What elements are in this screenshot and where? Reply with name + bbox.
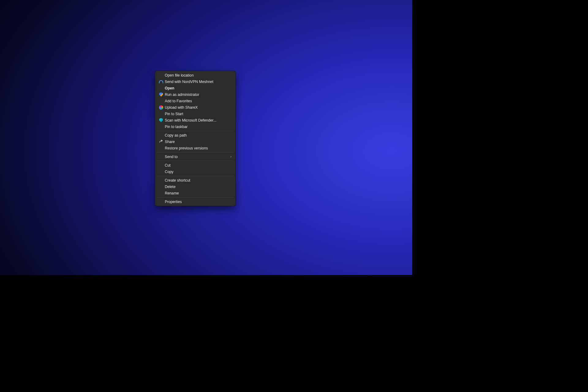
share-icon [157,139,165,144]
menu-item-send-to[interactable]: Send to› [156,153,235,160]
sharex-icon [157,105,165,110]
menu-item-open[interactable]: Open [156,85,235,91]
chevron-right-icon: › [230,155,232,158]
menu-item-restore-previous-versions[interactable]: Restore previous versions [156,145,235,151]
menu-item-pin-to-start[interactable]: Pin to Start [156,111,235,117]
menu-item-copy-as-path[interactable]: Copy as path [156,132,235,138]
menu-separator [156,131,234,131]
menu-item-label: Run as administrator [165,92,232,97]
defender-icon [157,118,165,123]
menu-item-share[interactable]: Share [156,138,235,145]
menu-item-label: Scan with Microsoft Defender... [165,118,232,123]
menu-item-label: Copy as path [165,133,232,138]
menu-item-properties[interactable]: Properties [156,198,235,205]
menu-separator [156,161,234,161]
menu-separator [156,176,234,176]
menu-item-create-shortcut[interactable]: Create shortcut [156,177,235,183]
menu-item-label: Pin to Start [165,112,232,116]
menu-item-delete[interactable]: Delete [156,183,235,190]
menu-item-label: Send with NordVPN Meshnet [165,80,232,84]
menu-separator [156,197,234,198]
menu-item-upload-with-sharex[interactable]: Upload with ShareX [156,104,235,111]
menu-item-add-to-favorites[interactable]: Add to Favorites [156,98,235,104]
menu-item-label: Copy [165,170,232,174]
menu-item-copy[interactable]: Copy [156,168,235,175]
menu-item-pin-to-taskbar[interactable]: Pin to taskbar [156,123,235,130]
menu-item-label: Create shortcut [165,178,232,183]
menu-item-label: Pin to taskbar [165,125,232,129]
menu-item-rename[interactable]: Rename [156,190,235,196]
menu-separator [156,152,234,153]
desktop-background: Open file locationSend with NordVPN Mesh… [0,0,412,275]
menu-item-send-with-nordvpn-meshnet[interactable]: Send with NordVPN Meshnet [156,78,235,85]
menu-item-label: Upload with ShareX [165,105,232,110]
menu-item-label: Open file location [165,73,232,77]
menu-item-run-as-administrator[interactable]: Run as administrator [156,91,235,98]
menu-item-label: Rename [165,191,232,195]
menu-item-label: Send to [165,155,232,159]
context-menu: Open file locationSend with NordVPN Mesh… [155,71,236,206]
menu-item-label: Delete [165,185,232,189]
menu-item-scan-with-microsoft-defender[interactable]: Scan with Microsoft Defender... [156,117,235,123]
menu-item-open-file-location[interactable]: Open file location [156,72,235,78]
uac-shield-icon [157,92,165,97]
menu-item-cut[interactable]: Cut [156,162,235,168]
menu-item-label: Share [165,140,232,144]
menu-item-label: Add to Favorites [165,99,232,103]
menu-item-label: Cut [165,163,232,168]
menu-item-label: Restore previous versions [165,146,232,150]
nordvpn-icon [157,79,165,84]
menu-item-label: Open [165,86,232,90]
menu-item-label: Properties [165,200,232,204]
